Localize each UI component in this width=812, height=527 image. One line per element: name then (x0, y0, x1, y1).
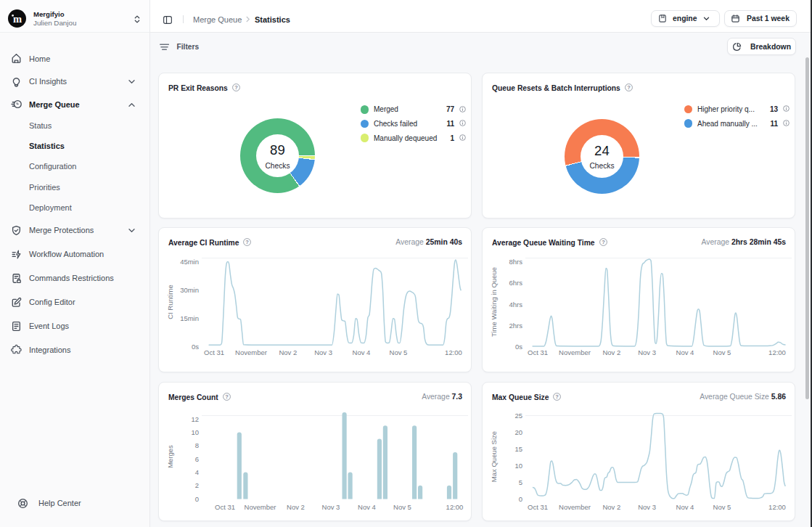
svg-text:?: ? (627, 84, 631, 91)
svg-text:?: ? (234, 84, 238, 91)
svg-text:m: m (13, 13, 22, 25)
